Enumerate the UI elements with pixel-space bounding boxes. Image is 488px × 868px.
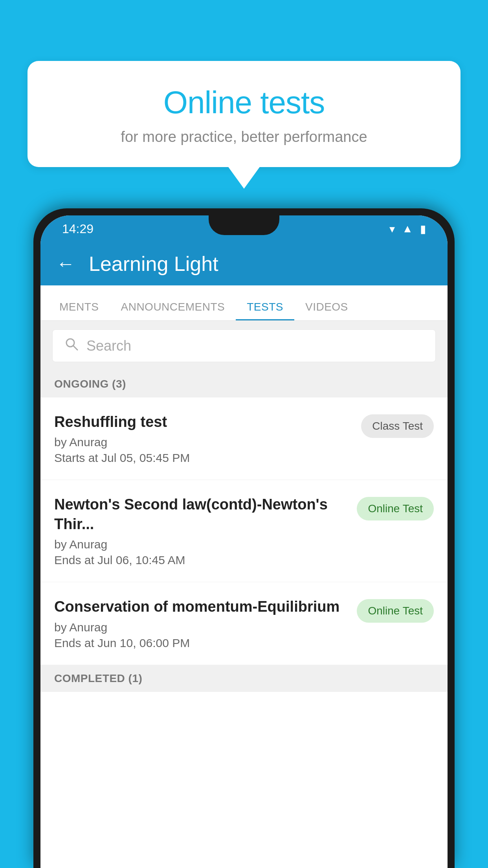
test-time: Starts at Jul 05, 05:45 PM [54,451,353,465]
status-bar: 14:29 ▾ ▲ ▮ [40,215,448,242]
ongoing-section-header: ONGOING (3) [40,371,448,397]
tab-tests[interactable]: TESTS [236,294,294,320]
test-badge: Online Test [357,599,434,623]
test-author: by Anurag [54,436,353,449]
test-time: Ends at Jul 06, 10:45 AM [54,554,349,567]
test-info: Reshuffling test by Anurag Starts at Jul… [54,412,353,465]
signal-icon: ▲ [402,223,413,235]
test-info: Conservation of momentum-Equilibrium by … [54,597,349,649]
tab-videos[interactable]: VIDEOS [294,294,359,320]
tab-announcements[interactable]: ANNOUNCEMENTS [110,294,236,320]
speech-bubble: Online tests for more practice, better p… [28,61,460,167]
search-input[interactable]: Search [86,338,131,354]
test-author: by Anurag [54,538,349,551]
bubble-title: Online tests [59,85,429,121]
test-badge: Class Test [361,414,434,438]
test-list: Reshuffling test by Anurag Starts at Jul… [40,397,448,665]
svg-line-1 [73,346,77,350]
speech-bubble-container: Online tests for more practice, better p… [28,61,460,167]
test-item[interactable]: Conservation of momentum-Equilibrium by … [40,582,448,665]
wifi-icon: ▾ [389,223,395,235]
test-item[interactable]: Newton's Second law(contd)-Newton's Thir… [40,480,448,582]
back-button[interactable]: ← [56,254,75,273]
status-time: 14:29 [62,222,94,236]
app-header: ← Learning Light [40,242,448,285]
tab-bar: MENTS ANNOUNCEMENTS TESTS VIDEOS [40,285,448,321]
search-input-wrapper[interactable]: Search [52,329,436,362]
test-info: Newton's Second law(contd)-Newton's Thir… [54,495,349,567]
notch [209,215,279,235]
test-name: Newton's Second law(contd)-Newton's Thir… [54,495,349,534]
search-container: Search [40,321,448,371]
app-title: Learning Light [89,252,218,276]
bubble-subtitle: for more practice, better performance [59,129,429,145]
phone-inner: 14:29 ▾ ▲ ▮ ← Learning Light MENTS ANNOU… [40,215,448,868]
completed-section-header: COMPLETED (1) [40,665,448,692]
tab-ments[interactable]: MENTS [48,294,110,320]
test-author: by Anurag [54,621,349,634]
test-name: Conservation of momentum-Equilibrium [54,597,349,616]
battery-icon: ▮ [420,223,426,235]
status-icons: ▾ ▲ ▮ [389,223,426,235]
search-icon [64,337,79,355]
test-name: Reshuffling test [54,412,353,432]
phone-outer: 14:29 ▾ ▲ ▮ ← Learning Light MENTS ANNOU… [33,208,455,868]
test-badge: Online Test [357,497,434,520]
test-item[interactable]: Reshuffling test by Anurag Starts at Jul… [40,397,448,480]
phone-frame: 14:29 ▾ ▲ ▮ ← Learning Light MENTS ANNOU… [33,208,455,868]
test-time: Ends at Jun 10, 06:00 PM [54,636,349,650]
